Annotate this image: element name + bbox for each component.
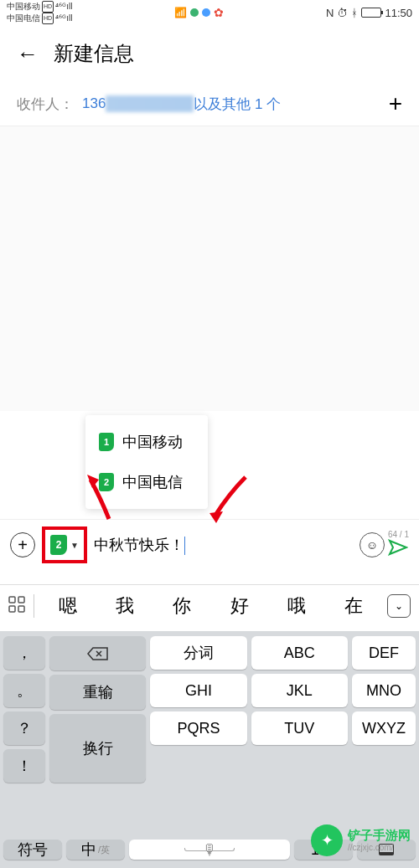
alarm-icon: ⏱	[337, 7, 348, 19]
key-enter[interactable]: 换行	[49, 714, 146, 783]
recipient-label: 收件人：	[17, 95, 74, 114]
ime-apps-icon[interactable]	[8, 596, 25, 617]
key-wxyz[interactable]: WXYZ	[352, 711, 416, 745]
battery-icon	[361, 8, 381, 18]
ime-candidates: 嗯 我 你 好 哦 在	[39, 593, 382, 619]
expand-candidates-button[interactable]: ⌄	[387, 594, 411, 618]
attachment-button[interactable]: +	[10, 532, 35, 557]
ime-candidate-row: 嗯 我 你 好 哦 在 ⌄	[0, 584, 419, 627]
key-comma[interactable]: ，	[3, 636, 45, 670]
key-lang[interactable]: 中/英	[66, 840, 125, 860]
watermark-logo-icon: ✦	[311, 824, 343, 856]
svg-rect-5	[18, 606, 24, 612]
message-input[interactable]: 中秋节快乐！	[91, 532, 356, 558]
key-pqrs[interactable]: PQRS	[150, 711, 246, 745]
sim-option-1[interactable]: 1 中国移动	[85, 422, 208, 462]
key-reinput[interactable]: 重输	[49, 675, 146, 709]
sim-name-2: 中国电信	[122, 472, 183, 492]
emoji-button[interactable]: ☺	[360, 532, 385, 557]
svg-rect-2	[9, 597, 15, 603]
key-fenci[interactable]: 分词	[150, 636, 246, 670]
watermark-title: 铲子手游网	[348, 829, 411, 843]
message-input-row: + 2 ▼ 中秋节快乐！ ☺ 64 / 1	[0, 519, 419, 570]
add-recipient-button[interactable]: +	[389, 90, 402, 117]
carrier1: 中国移动	[7, 2, 40, 12]
candidate-1[interactable]: 我	[116, 593, 134, 619]
key-symbol[interactable]: 符号	[3, 840, 62, 860]
key-abc[interactable]: ABC	[251, 636, 348, 670]
key-backspace[interactable]	[49, 636, 146, 670]
svg-marker-0	[87, 475, 99, 488]
svg-marker-1	[210, 511, 223, 523]
char-counter: 64 / 1	[388, 530, 409, 539]
candidate-3[interactable]: 好	[230, 593, 249, 619]
key-ghi[interactable]: GHI	[150, 674, 246, 707]
watermark: ✦ 铲子手游网 //czjxjc.com/	[311, 824, 411, 856]
annotation-arrow-2	[208, 473, 250, 523]
time: 11:50	[385, 7, 412, 19]
recipient-phone[interactable]: 136	[82, 95, 106, 112]
carrier2: 中国电信	[7, 13, 40, 23]
nfc-icon: N	[326, 7, 334, 19]
candidate-5[interactable]: 在	[344, 593, 363, 619]
status-right: N ⏱ ᚼ 11:50	[326, 7, 412, 19]
header: ← 新建信息	[0, 25, 419, 82]
bluetooth-icon: ᚼ	[351, 7, 358, 19]
page-title: 新建信息	[54, 40, 134, 67]
sim-selector-highlighted[interactable]: 2 ▼	[42, 526, 87, 563]
svg-rect-4	[9, 606, 15, 612]
text-cursor	[184, 537, 186, 555]
key-space[interactable]: 🎙	[129, 840, 290, 860]
message-content-area	[0, 126, 419, 411]
key-period[interactable]: 。	[3, 674, 45, 707]
status-bar: 中国移动 HD ⁴⁶ᴳıll 中国电信 HD ⁴⁶ᴳıll 📶✿ N ⏱ ᚼ 1…	[0, 0, 419, 25]
key-def[interactable]: DEF	[352, 636, 416, 670]
send-button[interactable]	[388, 539, 408, 561]
hd-badge: HD	[42, 13, 54, 24]
candidate-2[interactable]: 你	[173, 593, 191, 619]
candidate-4[interactable]: 哦	[287, 593, 306, 619]
back-button[interactable]: ←	[17, 41, 39, 67]
key-jkl[interactable]: JKL	[251, 674, 348, 707]
status-carriers: 中国移动 HD ⁴⁶ᴳıll 中国电信 HD ⁴⁶ᴳıll	[7, 1, 72, 24]
key-exclaim[interactable]: ！	[3, 749, 45, 783]
watermark-url: //czjxjc.com/	[348, 843, 411, 852]
hd-badge: HD	[42, 1, 54, 13]
chevron-down-icon: ▼	[70, 541, 79, 550]
key-mno[interactable]: MNO	[352, 674, 416, 707]
recipient-phone-blur	[106, 95, 194, 112]
sim-badge-1: 1	[99, 433, 114, 451]
recipient-more[interactable]: 以及其他 1 个	[194, 95, 281, 114]
svg-rect-3	[18, 597, 24, 603]
sim-selected-badge: 2	[50, 535, 67, 555]
recipients-row: 收件人： 136 以及其他 1 个 +	[0, 82, 419, 126]
sim-name-1: 中国移动	[122, 432, 183, 452]
key-tuv[interactable]: TUV	[251, 711, 348, 745]
candidate-0[interactable]: 嗯	[59, 593, 77, 619]
annotation-arrow-1	[84, 473, 114, 523]
status-center: 📶✿	[174, 6, 224, 19]
key-question[interactable]: ？	[3, 711, 45, 745]
